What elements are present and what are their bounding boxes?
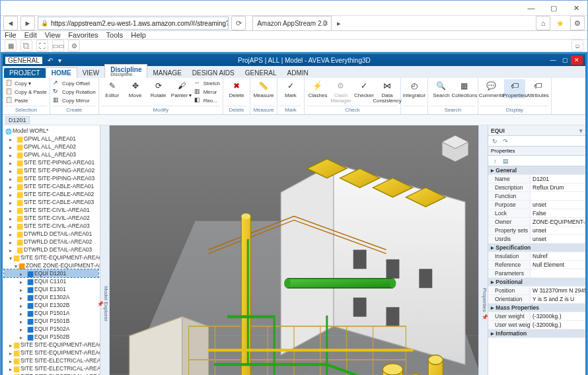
- menu-file[interactable]: File: [5, 31, 17, 39]
- copy-rotation-button[interactable]: ↻Copy Rotation: [53, 88, 96, 96]
- expand-icon[interactable]: ▸: [9, 215, 15, 221]
- tree-node[interactable]: ▸🟨SITE SITE-CABLE-AREA01: [4, 182, 98, 190]
- tree-body[interactable]: 🌐Model WORL*▸🟨GPWL ALL_AREA01▸🟨GPWL ALL_…: [3, 125, 100, 375]
- copy-mirror-button[interactable]: ▥Copy Mirror: [53, 96, 90, 104]
- menu-tools[interactable]: Tools: [106, 31, 124, 39]
- favorites-button[interactable]: ★: [553, 18, 568, 28]
- expand-icon[interactable]: ▸: [9, 366, 12, 372]
- props-value[interactable]: Nulref: [531, 252, 585, 260]
- props-goto-icon[interactable]: ↷: [501, 138, 509, 145]
- expand-icon[interactable]: ▸: [20, 279, 26, 285]
- move-button[interactable]: ✥Move: [125, 79, 146, 98]
- tree-node[interactable]: ▸🟦EQUI E1302A: [4, 293, 98, 301]
- properties-button[interactable]: 🏷Properties: [504, 79, 525, 98]
- clashes-button[interactable]: ⚡Clashes: [307, 79, 328, 98]
- expand-icon[interactable]: ▸: [9, 184, 15, 189]
- props-value[interactable]: ZONE-EQUIPMENT-AREA01: [531, 218, 585, 226]
- expand-icon[interactable]: ▸: [20, 302, 26, 308]
- app-close-button[interactable]: ✕: [571, 55, 583, 65]
- windows-icon[interactable]: ▦: [5, 40, 17, 51]
- tree-node[interactable]: ▸🟨DTWRLD DETAIL-AREA01: [4, 230, 98, 238]
- props-value[interactable]: unset: [531, 201, 585, 209]
- close-icon[interactable]: ×: [324, 20, 328, 27]
- properties-grid[interactable]: ▸ GeneralNameD1201DescriptionReflux Drum…: [488, 166, 585, 375]
- editor-button[interactable]: ✎Editor: [102, 79, 123, 98]
- expand-icon[interactable]: ▸: [20, 334, 26, 340]
- tree-node[interactable]: ▸🟦EQUI P1501B: [4, 317, 98, 325]
- expand-icon[interactable]: ▸: [9, 223, 15, 229]
- integrator-button[interactable]: ◴Integrator: [404, 79, 425, 98]
- tree-node[interactable]: ▸🟦EQUI P1502B: [4, 333, 98, 341]
- comments-button[interactable]: 💬Comments: [481, 79, 502, 98]
- props-value[interactable]: D1201: [531, 175, 585, 183]
- expand-icon[interactable]: ▸: [9, 207, 15, 213]
- minimize-button[interactable]: —: [520, 1, 542, 15]
- tree-node[interactable]: ▸🟨SITE SITE-CIVIL-AREA03: [4, 222, 98, 230]
- tree-node[interactable]: ▸🟦EQUI E1302B: [4, 301, 98, 309]
- tree-node[interactable]: ▸🟨SITE SITE-CIVIL-AREA02: [4, 214, 98, 222]
- expand-icon[interactable]: ▸: [9, 358, 12, 364]
- tree-node[interactable]: ▸🟨GPWL ALL_AREA02: [4, 143, 98, 151]
- props-section[interactable]: ▸ Mass Properties: [488, 304, 585, 312]
- expand-icon[interactable]: ▸: [9, 191, 15, 197]
- tree-node[interactable]: ▸🟨SITE SITE-PIPING-AREA02: [4, 166, 98, 174]
- tree-node[interactable]: ▸🟨SITE SITE-CABLE-AREA02: [4, 190, 98, 198]
- tree-node[interactable]: ▸🟦EQUI D1201: [4, 269, 98, 277]
- expand-icon[interactable]: ▸: [9, 199, 15, 205]
- quick-undo-icon[interactable]: ↶: [48, 57, 53, 64]
- tree-node[interactable]: ▸🟨GPWL ALL_AREA03: [4, 151, 98, 158]
- home-button[interactable]: ⌂: [536, 16, 550, 30]
- tree-node[interactable]: ▸🟦EQUI C1101: [4, 277, 98, 285]
- tree-node[interactable]: ▸🟨SITE SITE-ELECTRICAL-AREA03: [4, 372, 98, 375]
- mark-button[interactable]: ✓Mark: [280, 79, 301, 98]
- props-refresh-icon[interactable]: ↻: [491, 138, 499, 145]
- props-section[interactable]: ▸ General: [488, 166, 585, 174]
- 3d-canvas[interactable]: U E W S: [110, 125, 478, 375]
- tree-node[interactable]: ▸🟨SITE SITE-CABLE-AREA03: [4, 198, 98, 206]
- expand-icon[interactable]: ▸: [20, 287, 26, 292]
- menu-favorites[interactable]: Favorites: [68, 31, 98, 39]
- menu-edit[interactable]: Edit: [24, 31, 37, 39]
- tab-admin[interactable]: ADMIN: [282, 68, 314, 78]
- dual-monitor-icon[interactable]: ▭▭: [52, 40, 64, 51]
- search-button[interactable]: 🔍Search: [431, 79, 452, 98]
- tree-node[interactable]: ▸🟨SITE SITE-ELECTRICAL-AREA02: [4, 364, 98, 372]
- user-icon[interactable]: ☺: [571, 40, 583, 51]
- expand-icon[interactable]: ▸: [9, 342, 12, 348]
- properties-side-tab[interactable]: Properties 📌: [478, 125, 488, 375]
- tree-node[interactable]: ▸🟨GPWL ALL_AREA01: [4, 135, 98, 143]
- attributes-button[interactable]: 🏷Attributes: [527, 79, 548, 98]
- tab-project[interactable]: PROJECT: [4, 68, 46, 78]
- props-value[interactable]: (-32000kg.): [531, 321, 585, 329]
- fullscreen-icon[interactable]: ⛶: [36, 40, 48, 51]
- view-cube[interactable]: [439, 132, 472, 165]
- expand-icon[interactable]: ▸: [9, 247, 15, 253]
- copy-button[interactable]: 📋Copy ▾: [5, 79, 31, 87]
- tab-design-aids[interactable]: DESIGN AIDS: [187, 68, 240, 78]
- expand-icon[interactable]: ▸: [9, 239, 15, 245]
- expand-icon[interactable]: ▸: [20, 310, 26, 316]
- props-sort-icon[interactable]: ↕: [491, 158, 499, 164]
- tab-home[interactable]: HOME: [46, 67, 77, 78]
- props-value[interactable]: Reflux Drum: [531, 184, 585, 191]
- tree-node[interactable]: ▸🟨SITE SITE-EQUIPMENT-AREA02: [4, 341, 98, 349]
- menu-view[interactable]: View: [45, 31, 61, 39]
- props-value[interactable]: Null Element: [531, 261, 585, 269]
- copy-paste-button[interactable]: 📋Copy & Paste: [5, 88, 47, 96]
- props-value[interactable]: unset: [531, 226, 585, 234]
- app-minimize-button[interactable]: —: [547, 55, 559, 65]
- browser-tab[interactable]: Amazon AppStream 2.0 ×: [252, 16, 332, 30]
- expand-icon[interactable]: ▸: [9, 350, 12, 356]
- quick-redo-icon[interactable]: ▾: [58, 57, 61, 64]
- props-value[interactable]: Y is S and Z is U: [531, 295, 585, 303]
- props-value[interactable]: [531, 192, 585, 200]
- refresh-button[interactable]: ⟳: [231, 16, 246, 30]
- tree-node[interactable]: ▾🟨SITE SITE-EQUIPMENT-AREA01: [4, 254, 98, 261]
- props-value[interactable]: (-32000kg.): [531, 312, 585, 320]
- tab-view[interactable]: VIEW: [77, 68, 105, 78]
- expand-icon[interactable]: ▸: [9, 136, 15, 142]
- props-value[interactable]: False: [531, 209, 585, 217]
- tab-discipline[interactable]: Discipline Discipline: [104, 64, 147, 78]
- props-value[interactable]: [531, 269, 585, 277]
- copy-offset-button[interactable]: ↗Copy Offset: [53, 79, 90, 87]
